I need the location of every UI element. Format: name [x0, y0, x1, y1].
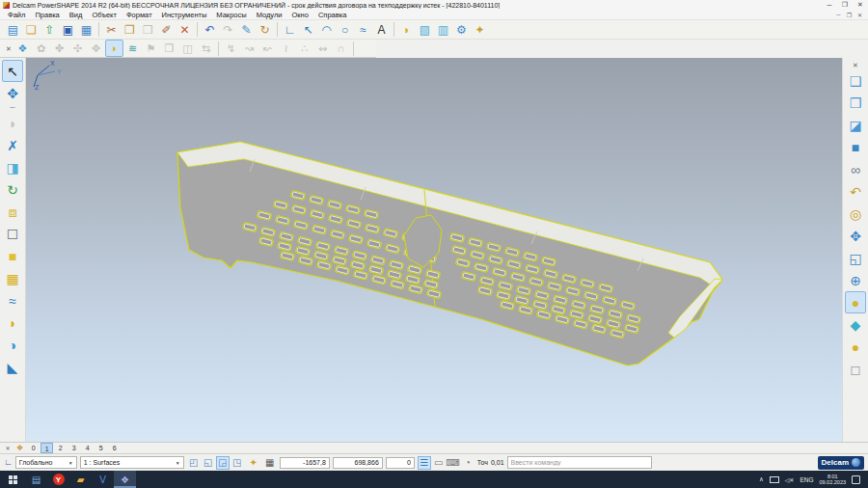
menu-Макросы[interactable]: Макросы — [211, 11, 251, 19]
close-toolbar-icon[interactable]: ✕ — [4, 40, 14, 57]
workplane-select[interactable]: Глобально ▼ — [15, 456, 77, 469]
coord-y-field[interactable]: 698,866 — [333, 457, 383, 469]
level-tab-6[interactable]: 6 — [108, 443, 121, 453]
coord-x-field[interactable]: -1657,8 — [280, 457, 330, 469]
workplane-lock-icon[interactable]: ◳ — [231, 456, 244, 470]
language-indicator[interactable]: ENG — [800, 476, 813, 483]
assembly-gears-icon[interactable]: ⚙ — [452, 21, 471, 39]
mdi-close-button[interactable]: ✕ — [854, 12, 865, 18]
surface-from-curves-icon[interactable]: ≋ — [123, 40, 142, 57]
create-feature-icon[interactable]: ▥ — [434, 21, 452, 39]
copy-icon[interactable]: ❐ — [121, 21, 139, 39]
level-tab-4[interactable]: 4 — [81, 443, 94, 453]
pinned-app-document[interactable]: ▤ — [25, 471, 47, 488]
wireframe-box-icon[interactable]: ☐ — [2, 223, 23, 245]
view-iso-1-icon[interactable]: ❑ — [845, 69, 866, 92]
pinned-app-v[interactable]: V — [92, 471, 114, 488]
levels-palette-icon[interactable]: ❖ — [16, 444, 23, 452]
shading-enhanced-icon[interactable]: ● — [845, 336, 866, 358]
speaker-muted-icon[interactable]: ◁✕ — [785, 476, 795, 483]
draft-cone-icon[interactable]: ◣ — [2, 356, 23, 378]
workplane-world-icon[interactable]: ◰ — [187, 456, 201, 470]
tray-caret-icon[interactable]: ∧ — [759, 475, 764, 483]
menu-Вид[interactable]: Вид — [65, 11, 88, 19]
start-button[interactable] — [0, 471, 25, 488]
notification-center-icon[interactable] — [852, 475, 860, 484]
command-input[interactable] — [507, 456, 652, 469]
limit-select-icon[interactable]: ✗ — [2, 134, 23, 156]
solid-boolean-icon[interactable]: ⧈ — [2, 201, 23, 223]
create-curve-icon[interactable]: ≈ — [354, 21, 372, 39]
ruler-icon[interactable]: ▭ — [432, 456, 446, 470]
menu-Правка[interactable]: Правка — [30, 11, 64, 19]
file-explorer[interactable]: ▰ — [69, 471, 92, 488]
workplane-axis-icon[interactable]: ∟ — [4, 458, 13, 467]
protractor-icon[interactable]: ◔ — [461, 456, 475, 470]
level-tab-2[interactable]: 2 — [54, 443, 67, 453]
powershape-taskbar[interactable]: ❖ — [114, 471, 136, 488]
menu-Модули[interactable]: Модули — [252, 11, 287, 19]
grid-snap-icon[interactable]: ▦ — [263, 456, 277, 470]
level-tab-3[interactable]: 3 — [68, 443, 80, 453]
zoom-full-icon[interactable]: ✥ — [845, 225, 866, 247]
menu-Справка[interactable]: Справка — [313, 11, 351, 19]
solid-block-icon[interactable]: ■ — [2, 245, 23, 267]
select-tool-icon[interactable]: ↖ — [2, 60, 23, 82]
network-icon[interactable] — [770, 476, 779, 483]
view-iso-2-icon[interactable]: ❒ — [845, 92, 866, 114]
edit-sketch-icon[interactable]: ✎ — [237, 21, 256, 39]
wizard-icon[interactable]: ✦ — [471, 21, 489, 39]
cursor-wand-icon[interactable]: ✦ — [247, 456, 260, 470]
new-file-icon[interactable]: ▤ — [4, 21, 22, 39]
create-solid-icon[interactable]: ▧ — [416, 21, 434, 39]
mdi-restore-button[interactable]: ❐ — [844, 12, 854, 18]
create-circle-icon[interactable]: ○ — [336, 21, 354, 39]
level-select[interactable]: 1 : Surfaces ▼ — [80, 456, 184, 469]
mdi-minimize-button[interactable]: ─ — [833, 12, 844, 18]
workplane-active-icon[interactable]: ◲ — [216, 456, 230, 470]
create-polyline-icon[interactable]: ↖ — [299, 21, 317, 39]
keyboard-entry-icon[interactable]: ⌨ — [447, 456, 460, 470]
3d-viewport[interactable]: X Y Z — [26, 58, 842, 442]
create-arc-icon[interactable]: ◠ — [317, 21, 336, 39]
print-icon[interactable]: ▦ — [77, 21, 95, 39]
save-icon[interactable]: ▣ — [59, 21, 77, 39]
rail-slider[interactable]: ┄ — [2, 104, 23, 112]
surface-network-icon[interactable]: ❖ — [14, 40, 32, 57]
item-list-icon[interactable]: ☰ — [418, 456, 431, 470]
create-text-icon[interactable]: A — [372, 21, 391, 39]
shading-shaded-icon[interactable]: ● — [845, 291, 866, 313]
zoom-window-icon[interactable]: ◱ — [845, 247, 866, 269]
shading-transparent-icon[interactable]: ◻ — [845, 358, 866, 380]
blend-view-icon[interactable]: ↻ — [256, 21, 274, 39]
create-surface-icon[interactable]: ◗ — [397, 21, 416, 39]
transform-tool-icon[interactable]: ✥ — [2, 82, 23, 104]
3d-model-grille-panel[interactable] — [26, 58, 815, 442]
zoom-search-icon[interactable]: ◎ — [845, 203, 866, 225]
undo-icon[interactable]: ↶ — [201, 21, 219, 39]
workplane-single-icon[interactable]: ◱ — [202, 456, 215, 470]
surface-fill-in-icon[interactable]: ◗ — [105, 40, 123, 57]
coord-z-field[interactable]: 0 — [386, 457, 415, 469]
shading-wireframe-globe-icon[interactable]: ⊕ — [845, 269, 866, 291]
sphere-split-icon[interactable]: ◑ — [2, 334, 23, 356]
delete-icon[interactable]: ✕ — [176, 21, 194, 39]
solid-extrude-icon[interactable]: ◨ — [2, 156, 23, 178]
close-button[interactable]: ✕ — [853, 0, 868, 10]
import-file-icon[interactable]: ⇧ — [41, 21, 59, 39]
pattern-array-icon[interactable]: ▦ — [2, 267, 23, 289]
close-toolbar-icon[interactable]: ✕ — [845, 60, 866, 69]
open-file-icon[interactable]: ❏ — [22, 21, 41, 39]
maximize-button[interactable]: ❐ — [837, 0, 853, 10]
view-from-icon[interactable]: ◪ — [845, 114, 866, 136]
level-tab-1[interactable]: 1 — [41, 443, 53, 453]
view-solid-cube-icon[interactable]: ■ — [845, 136, 866, 158]
menu-Файл[interactable]: Файл — [3, 11, 30, 19]
menu-Инструменты[interactable]: Инструменты — [157, 11, 212, 19]
view-previous-icon[interactable]: ↶ — [845, 180, 866, 203]
levels-close-icon[interactable]: ✕ — [3, 445, 13, 451]
view-spin-icon[interactable]: ∞ — [845, 158, 866, 180]
level-tab-0[interactable]: 0 — [27, 443, 40, 453]
solid-revolve-icon[interactable]: ↻ — [2, 178, 23, 201]
create-line-icon[interactable]: ∟ — [281, 21, 299, 39]
